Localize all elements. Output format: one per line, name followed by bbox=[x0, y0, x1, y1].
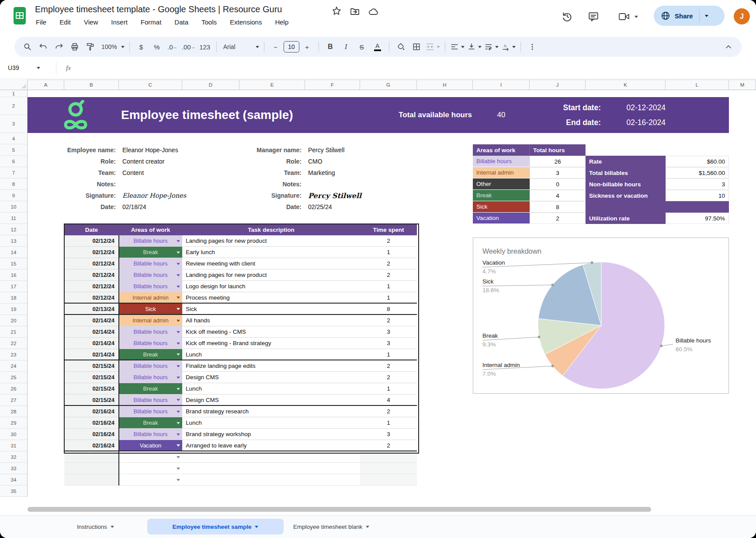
fill-color-icon[interactable] bbox=[394, 40, 407, 53]
cell-time[interactable]: 1 bbox=[360, 247, 417, 258]
cell-time[interactable]: 2 bbox=[360, 360, 417, 372]
cell-time[interactable]: 3 bbox=[360, 326, 417, 338]
row-header-18[interactable]: 18 bbox=[0, 292, 28, 304]
cell-date[interactable]: 02/13/24 bbox=[64, 304, 119, 315]
text-wrap-icon[interactable] bbox=[484, 40, 499, 53]
manager-value-1[interactable]: CMO bbox=[308, 156, 422, 167]
row-header-20[interactable]: 20 bbox=[0, 315, 28, 326]
format-currency-button[interactable]: $ bbox=[135, 40, 148, 53]
cell-date[interactable]: 02/16/24 bbox=[64, 417, 119, 429]
menu-tools[interactable]: Tools bbox=[201, 18, 217, 26]
chip-dropdown-icon[interactable] bbox=[177, 286, 180, 288]
cell-area-chip[interactable]: Billable hours bbox=[119, 360, 182, 372]
cell-time[interactable]: 3 bbox=[360, 338, 417, 349]
cell-task-empty[interactable] bbox=[182, 463, 360, 474]
chip-dropdown-icon[interactable] bbox=[177, 388, 180, 390]
strikethrough-button[interactable]: S bbox=[355, 40, 368, 53]
cell-area-empty[interactable] bbox=[119, 451, 182, 463]
undo-icon[interactable] bbox=[37, 40, 50, 53]
row-header-16[interactable]: 16 bbox=[0, 269, 28, 281]
tab-dropdown-icon[interactable] bbox=[255, 526, 258, 528]
name-box[interactable]: U39 bbox=[0, 64, 50, 71]
summary-area-2[interactable]: Other bbox=[473, 178, 530, 190]
summary-metric-value-2[interactable]: 3 bbox=[666, 178, 729, 190]
cell-task[interactable]: Logo design for launch bbox=[182, 281, 360, 292]
cell-time[interactable]: 1 bbox=[360, 281, 417, 292]
row-header-22[interactable]: 22 bbox=[0, 338, 28, 349]
chip-dropdown-icon[interactable] bbox=[177, 444, 180, 447]
cell-task[interactable]: Sick bbox=[182, 304, 360, 315]
move-folder-icon[interactable] bbox=[350, 6, 360, 17]
google-sheets-icon[interactable] bbox=[13, 7, 26, 25]
menu-file[interactable]: File bbox=[36, 18, 46, 26]
column-header-L[interactable]: L bbox=[666, 80, 729, 90]
column-header-C[interactable]: C bbox=[119, 80, 182, 90]
menu-format[interactable]: Format bbox=[141, 18, 162, 26]
row-header-9[interactable]: 9 bbox=[0, 190, 28, 201]
comments-icon[interactable] bbox=[588, 11, 599, 22]
cell-task[interactable]: Finalize landing page edits bbox=[182, 360, 360, 372]
manager-value-5[interactable]: 02/25/24 bbox=[308, 201, 422, 213]
row-header-7[interactable]: 7 bbox=[0, 167, 28, 178]
cell-date[interactable]: 02/16/24 bbox=[64, 440, 119, 451]
cell-time[interactable]: 2 bbox=[360, 440, 417, 451]
menu-insert[interactable]: Insert bbox=[111, 18, 128, 26]
cell-area-chip[interactable]: Billable hours bbox=[119, 406, 182, 417]
italic-button[interactable]: I bbox=[340, 40, 353, 53]
row-header-2[interactable]: 2 bbox=[0, 97, 28, 115]
column-header-F[interactable]: F bbox=[305, 80, 360, 90]
cell-area-chip[interactable]: Billable hours bbox=[119, 372, 182, 383]
cell-time[interactable]: 1 bbox=[360, 349, 417, 360]
summary-area-4[interactable]: Sick bbox=[473, 201, 530, 213]
row-header-1[interactable]: 1 bbox=[0, 90, 28, 97]
chip-dropdown-icon[interactable] bbox=[177, 320, 180, 322]
row-header-25[interactable]: 25 bbox=[0, 372, 28, 383]
menu-data[interactable]: Data bbox=[174, 18, 188, 26]
cell-date[interactable]: 02/16/24 bbox=[64, 429, 119, 440]
cell-task[interactable]: Arranged to leave early bbox=[182, 440, 360, 451]
cell-time[interactable]: 2 bbox=[360, 269, 417, 281]
cell-task[interactable]: Process meeting bbox=[182, 292, 360, 304]
document-title[interactable]: Employee timesheet template - Google She… bbox=[35, 4, 282, 14]
bold-button[interactable]: B bbox=[324, 40, 337, 53]
meet-camera-icon[interactable] bbox=[618, 11, 638, 22]
row-header-19[interactable]: 19 bbox=[0, 304, 28, 315]
column-header-E[interactable]: E bbox=[239, 80, 305, 90]
cell-area-chip[interactable]: Billable hours bbox=[119, 338, 182, 349]
row-header-12[interactable]: 12 bbox=[0, 224, 28, 235]
column-header-H[interactable]: H bbox=[417, 80, 473, 90]
chip-dropdown-icon[interactable] bbox=[177, 377, 180, 379]
cell-time[interactable]: 4 bbox=[360, 395, 417, 406]
cell-date[interactable]: 02/15/24 bbox=[64, 360, 119, 372]
summary-metric-value-1[interactable]: $1,560.00 bbox=[666, 167, 729, 178]
zoom-control[interactable]: 100% bbox=[100, 40, 125, 53]
cell-area-chip[interactable]: Break bbox=[119, 247, 182, 258]
account-avatar[interactable]: J bbox=[734, 8, 750, 24]
cell-time[interactable]: 2 bbox=[360, 258, 417, 269]
cell-area-empty[interactable] bbox=[119, 463, 182, 474]
row-header-35[interactable]: 35 bbox=[0, 486, 28, 497]
cell-task[interactable]: All hands bbox=[182, 315, 360, 326]
sheet-tab-1[interactable]: Employee timesheet sample bbox=[147, 519, 284, 535]
row-header-26[interactable]: 26 bbox=[0, 383, 28, 395]
row-header-33[interactable]: 33 bbox=[0, 463, 28, 474]
column-header-K[interactable]: K bbox=[586, 80, 666, 90]
cell-area-chip[interactable]: Internal admin bbox=[119, 315, 182, 326]
cell-time[interactable]: 1 bbox=[360, 383, 417, 395]
row-header-11[interactable]: 11 bbox=[0, 213, 28, 224]
cell-task[interactable]: Lunch bbox=[182, 349, 360, 360]
sheet-tab-0[interactable]: Instructions bbox=[70, 519, 142, 535]
summary-hours-3[interactable]: 4 bbox=[530, 190, 586, 201]
cell-task[interactable]: Early lunch bbox=[182, 247, 360, 258]
weekly-breakd-panel[interactable]: Weekly breakdownBillable hours60.5%Inter… bbox=[473, 238, 729, 394]
manager-value-0[interactable]: Percy Stilwell bbox=[308, 144, 422, 156]
row-header-4[interactable]: 4 bbox=[0, 133, 28, 144]
column-header-I[interactable]: I bbox=[473, 80, 530, 90]
chip-dropdown-icon[interactable] bbox=[177, 297, 180, 299]
merge-cells-icon[interactable] bbox=[426, 40, 440, 53]
summary-metric-value-5[interactable]: 97.50% bbox=[666, 213, 729, 224]
format-percent-button[interactable]: % bbox=[150, 40, 163, 53]
cell-task[interactable]: Kick off meeting - CMS bbox=[182, 326, 360, 338]
cell-task[interactable]: Design CMS bbox=[182, 395, 360, 406]
cell-date[interactable]: 02/15/24 bbox=[64, 372, 119, 383]
